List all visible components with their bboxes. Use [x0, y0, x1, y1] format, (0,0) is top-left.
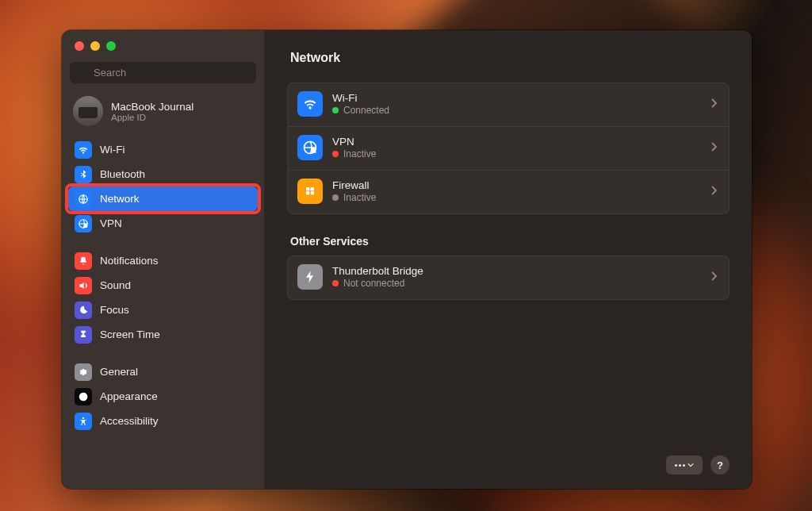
main-panel: Network Wi-FiConnectedVPNInactiveFirewal…	[265, 30, 752, 489]
row-status: Inactive	[332, 192, 702, 203]
access-icon	[75, 413, 92, 430]
status-dot	[332, 107, 339, 113]
sidebar-item-sound[interactable]: Sound	[68, 273, 258, 298]
sidebar-item-label: Focus	[100, 304, 129, 316]
ellipsis-icon	[675, 464, 685, 467]
sidebar-item-label: Appearance	[100, 390, 158, 402]
network-row-thunderbolt-bridge[interactable]: Thunderbolt BridgeNot connected	[288, 256, 729, 299]
sidebar-item-bluetooth[interactable]: Bluetooth	[68, 162, 258, 186]
other-services-header: Other Services	[287, 214, 730, 256]
svg-point-5	[82, 417, 84, 418]
sidebar-item-focus[interactable]: Focus	[68, 298, 258, 322]
sidebar-item-accessibility[interactable]: Accessibility	[68, 409, 258, 433]
status-dot	[332, 280, 339, 286]
bluetooth-icon	[75, 166, 92, 183]
status-text: Inactive	[343, 148, 376, 159]
sidebar-item-label: Notifications	[100, 255, 159, 267]
appearance-icon	[75, 388, 92, 405]
network-row-wi-fi[interactable]: Wi-FiConnected	[288, 83, 729, 126]
chevron-right-icon	[711, 270, 718, 284]
apple-id-profile[interactable]: MacBook Journal Apple ID	[62, 90, 264, 137]
status-text: Connected	[343, 105, 389, 116]
other-services-group: Thunderbolt BridgeNot connected	[287, 256, 730, 300]
row-title: Thunderbolt Bridge	[332, 265, 702, 277]
status-dot	[332, 151, 339, 157]
sidebar-item-label: General	[100, 366, 138, 378]
sidebar-item-label: VPN	[100, 217, 122, 229]
sidebar-item-appearance[interactable]: Appearance	[68, 384, 258, 409]
row-title: Firewall	[332, 179, 702, 191]
row-title: Wi-Fi	[332, 92, 702, 104]
network-icon	[75, 190, 92, 208]
chevron-right-icon	[711, 97, 718, 111]
sidebar-item-notifications[interactable]: Notifications	[68, 248, 258, 273]
network-services-group: Wi-FiConnectedVPNInactiveFirewallInactiv…	[287, 83, 730, 214]
help-button[interactable]: ?	[710, 455, 730, 474]
gear-icon	[75, 363, 92, 381]
row-title: VPN	[332, 136, 702, 148]
sidebar-item-label: Network	[100, 193, 140, 205]
sidebar-item-label: Accessibility	[100, 415, 159, 427]
chevron-right-icon	[711, 184, 718, 198]
chevron-right-icon	[711, 140, 718, 155]
row-status: Connected	[332, 105, 702, 116]
sidebar-item-vpn[interactable]: VPN	[68, 211, 258, 236]
sidebar-item-wi-fi[interactable]: Wi-Fi	[68, 137, 258, 162]
hourglass-icon	[75, 326, 92, 344]
sidebar-item-network[interactable]: Network	[68, 186, 258, 211]
sound-icon	[75, 277, 92, 294]
sidebar-item-label: Bluetooth	[100, 168, 145, 180]
chevron-down-icon	[688, 462, 694, 468]
profile-subtitle: Apple ID	[111, 113, 193, 122]
sidebar-item-label: Screen Time	[100, 328, 160, 340]
search-input[interactable]	[70, 62, 256, 83]
wifi-icon	[297, 91, 323, 117]
more-options-button[interactable]	[666, 455, 703, 474]
sidebar: MacBook Journal Apple ID Wi-FiBluetoothN…	[62, 30, 265, 489]
bell-icon	[75, 252, 92, 270]
network-row-firewall[interactable]: FirewallInactive	[288, 170, 729, 213]
status-text: Inactive	[343, 192, 376, 203]
vpn-icon	[75, 215, 92, 232]
wifi-icon	[75, 141, 92, 159]
thunderbolt-icon	[297, 264, 323, 290]
firewall-icon	[297, 179, 323, 204]
annotation-highlight	[65, 183, 261, 214]
minimize-button[interactable]	[90, 41, 100, 51]
sidebar-item-label: Sound	[100, 279, 131, 291]
system-settings-window: MacBook Journal Apple ID Wi-FiBluetoothN…	[62, 30, 752, 489]
window-controls	[62, 30, 264, 62]
profile-name: MacBook Journal	[111, 101, 193, 113]
network-row-vpn[interactable]: VPNInactive	[288, 126, 729, 170]
focus-icon	[75, 302, 92, 319]
page-title: Network	[287, 44, 730, 83]
maximize-button[interactable]	[106, 41, 116, 51]
row-status: Inactive	[332, 148, 702, 159]
avatar	[73, 96, 103, 126]
status-text: Not connected	[343, 278, 404, 289]
close-button[interactable]	[75, 41, 84, 51]
sidebar-item-label: Wi-Fi	[100, 144, 124, 156]
row-status: Not connected	[332, 278, 702, 289]
vpn-icon	[297, 135, 323, 160]
sidebar-item-general[interactable]: General	[68, 359, 258, 384]
status-dot	[332, 194, 339, 201]
sidebar-item-screen-time[interactable]: Screen Time	[68, 322, 258, 347]
